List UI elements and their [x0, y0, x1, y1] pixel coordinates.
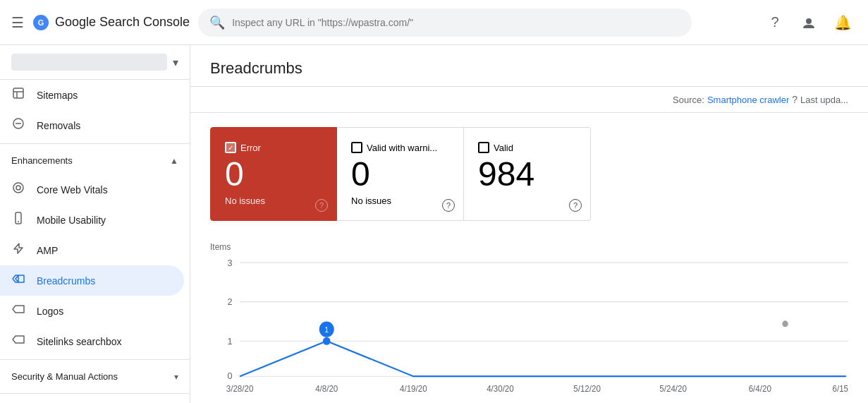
error-card-header: ✓ Error [225, 142, 322, 153]
warning-label: Valid with warni... [367, 143, 437, 153]
data-point [323, 337, 331, 345]
svg-point-35 [782, 320, 788, 327]
svg-text:3/28/20: 3/28/20 [226, 384, 254, 394]
mobile-usability-icon [11, 212, 25, 228]
chart-area: Items 3 2 1 0 [210, 235, 848, 403]
sidebar-item-sitelinks-searchbox[interactable]: Sitelinks searchbox [0, 326, 184, 356]
svg-text:1: 1 [324, 325, 329, 334]
source-value[interactable]: Smartphone crawler [707, 95, 789, 105]
sidebar-item-sitemaps[interactable]: Sitemaps [0, 80, 184, 110]
enhancements-section[interactable]: Enhancements ▲ [0, 147, 190, 174]
svg-text:G: G [38, 18, 44, 27]
topbar-actions: ? 🔔 [761, 8, 857, 37]
content-area: Breadcrumbs Source: Smartphone crawler ?… [190, 45, 868, 403]
svg-text:5/24/20: 5/24/20 [659, 384, 687, 394]
enhancements-chevron-icon: ▲ [170, 156, 178, 166]
svg-marker-14 [16, 275, 18, 282]
sidebar-item-logos[interactable]: Logos [0, 296, 184, 326]
app-title: Google Search Console [55, 15, 190, 30]
warning-help-icon[interactable]: ? [442, 199, 455, 212]
page-title: Breadcrumbs [210, 59, 302, 78]
sidebar-divider-3 [0, 393, 190, 394]
svg-marker-16 [13, 336, 24, 343]
sidebar-scroll: Sitemaps Removals Enhancements ▲ Core We… [0, 80, 190, 403]
valid-count: 984 [478, 157, 576, 191]
content-body: ✓ Error 0 No issues ? Valid with warni..… [190, 113, 868, 403]
mobile-usability-label: Mobile Usability [37, 215, 106, 226]
core-web-vitals-icon [11, 181, 25, 198]
sidebar: ▾ Sitemaps Removals Enhancements ▲ [0, 45, 190, 403]
warning-count: 0 [351, 157, 449, 191]
svg-text:4/8/20: 4/8/20 [315, 384, 338, 394]
property-name [11, 54, 167, 71]
sidebar-item-core-web-vitals[interactable]: Core Web Vitals [0, 174, 184, 205]
svg-text:4/30/20: 4/30/20 [487, 384, 514, 394]
property-selector[interactable]: ▾ [0, 45, 190, 80]
sitelinks-searchbox-label: Sitelinks searchbox [37, 336, 122, 347]
chart-y-label: Items [210, 242, 848, 252]
breadcrumbs-icon [11, 272, 25, 289]
content-header: Breadcrumbs [190, 45, 868, 87]
search-input[interactable] [232, 17, 680, 28]
error-card: ✓ Error 0 No issues ? [210, 127, 337, 221]
menu-icon[interactable]: ☰ [11, 14, 24, 31]
valid-label: Valid [494, 143, 513, 153]
svg-text:6/15/20: 6/15/20 [833, 384, 848, 394]
valid-card-header: Valid [478, 142, 576, 153]
svg-point-2 [806, 18, 812, 24]
svg-point-11 [18, 221, 19, 222]
security-section[interactable]: Security & Manual Actions ▾ [0, 363, 190, 390]
error-checkbox[interactable]: ✓ [225, 142, 236, 153]
error-help-icon[interactable]: ? [315, 199, 328, 212]
help-button[interactable]: ? [761, 8, 789, 37]
sitemaps-label: Sitemaps [37, 90, 78, 101]
chart-container: 3 2 1 0 1 3/28/20 [210, 255, 848, 396]
svg-text:5/12/20: 5/12/20 [573, 384, 601, 394]
valid-checkbox[interactable] [478, 142, 489, 153]
core-web-vitals-label: Core Web Vitals [37, 184, 108, 196]
svg-point-8 [13, 183, 23, 193]
user-icon [802, 16, 816, 30]
svg-marker-15 [13, 306, 24, 313]
source-bar: Source: Smartphone crawler ? Last upda..… [190, 87, 868, 113]
breadcrumbs-label: Breadcrumbs [37, 275, 95, 287]
removals-icon [11, 117, 25, 133]
svg-text:1: 1 [228, 335, 233, 346]
notifications-button[interactable]: 🔔 [829, 8, 857, 37]
source-help-icon[interactable]: ? [792, 94, 797, 105]
amp-icon [11, 242, 25, 258]
status-cards: ✓ Error 0 No issues ? Valid with warni..… [210, 127, 848, 221]
valid-card: Valid 984 ? [464, 127, 591, 221]
sitemaps-icon [11, 87, 25, 103]
warning-card-header: Valid with warni... [351, 142, 449, 153]
error-label: Error [240, 143, 261, 153]
main-layout: ▾ Sitemaps Removals Enhancements ▲ [0, 45, 868, 403]
warning-checkbox[interactable] [351, 142, 362, 153]
removals-label: Removals [37, 120, 80, 131]
svg-text:2: 2 [228, 296, 233, 307]
sidebar-divider-1 [0, 143, 190, 144]
search-bar[interactable]: 🔍 [198, 8, 692, 37]
sidebar-item-removals[interactable]: Removals [0, 110, 184, 140]
sidebar-item-amp[interactable]: AMP [0, 235, 184, 265]
svg-rect-3 [13, 88, 23, 98]
security-chevron-icon: ▾ [174, 372, 178, 382]
amp-label: AMP [37, 245, 58, 256]
valid-help-icon[interactable]: ? [569, 199, 582, 212]
property-chevron-icon: ▾ [173, 56, 178, 69]
error-sub-label: No issues [225, 196, 322, 206]
google-logo-icon: G [32, 14, 49, 31]
topbar: ☰ G Google Search Console 🔍 ? 🔔 [0, 0, 868, 45]
svg-text:0: 0 [228, 370, 233, 380]
user-button[interactable] [795, 8, 823, 37]
svg-text:4/19/20: 4/19/20 [400, 384, 427, 394]
error-count: 0 [225, 157, 322, 191]
logos-label: Logos [37, 306, 63, 317]
sidebar-item-breadcrumbs[interactable]: Breadcrumbs [0, 265, 184, 296]
legacy-section[interactable]: Legacy tools and reports ▾ [0, 397, 190, 403]
sidebar-item-mobile-usability[interactable]: Mobile Usability [0, 205, 184, 235]
svg-text:3: 3 [228, 257, 233, 267]
svg-point-9 [16, 186, 20, 190]
svg-text:6/4/20: 6/4/20 [749, 384, 772, 394]
logos-icon [11, 303, 25, 319]
